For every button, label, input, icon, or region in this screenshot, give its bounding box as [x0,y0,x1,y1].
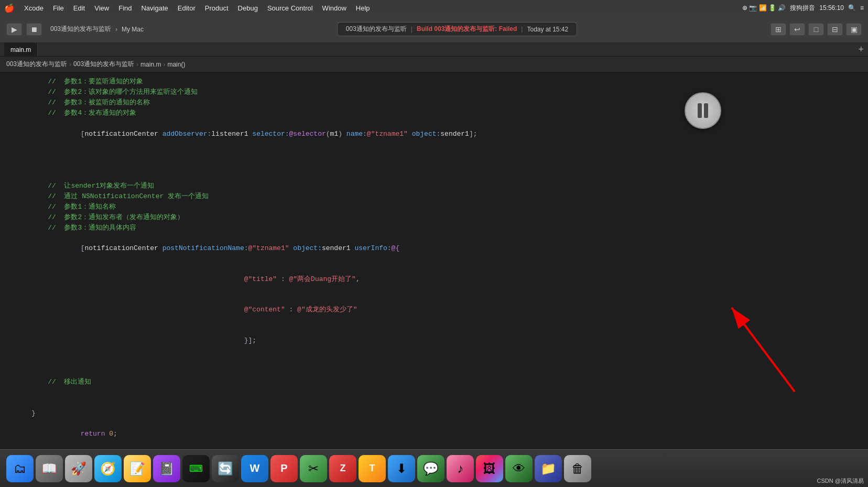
menu-source-control[interactable]: Source Control [263,3,317,13]
dock-terminal-icon[interactable]: ⌨ [182,455,210,482]
code-comment: // 移出通知 [31,377,91,387]
code-line: @"title" : @"两会Duang开始了", [31,264,868,295]
code-line: [notificationCenter postNotificationName… [31,233,868,264]
layout-btn-1[interactable]: ⊞ [771,23,786,36]
code-comment: // 参数4：发布通知的对象 [31,108,136,118]
build-time: Today at 15:42 [527,26,568,33]
dock-migration-icon[interactable]: 🔄 [212,455,239,482]
code-comment: // 通过 NSNotificationCenter 发布一个通知 [31,191,209,202]
code-line-blank [31,366,868,377]
layout-btn-2[interactable]: ↩ [789,23,805,36]
dock-label: CSDN @清风清易 [817,477,864,485]
dock-adium-icon[interactable]: 💬 [417,455,444,482]
code-text: [notificationCenter addObserver:listener… [31,118,478,149]
breadcrumb-item-1[interactable]: 003通知的发布与监听 [6,60,67,69]
menubar-icons: ⊕ 📷 📶 🔋 🔊 [742,4,786,12]
dock-safari-icon[interactable]: 🧭 [94,455,122,482]
code-line-blank [31,398,868,408]
code-line: @"content" : @"成龙的头发少了" [31,295,868,326]
layout-btn-5[interactable]: ▣ [846,23,862,36]
code-line: // 参数1：通知名称 [31,202,868,212]
code-comment: // 让sender1对象发布一个通知 [31,181,154,191]
code-line: // 参数4：发布通知的对象 [31,108,868,118]
dock-word-icon[interactable]: W [241,455,268,482]
dock-notes-icon[interactable]: 📝 [124,455,151,482]
breadcrumb-item-2[interactable]: 003通知的发布与监听 [73,60,134,69]
menu-edit[interactable]: Edit [69,3,89,13]
dock-photos-icon[interactable]: 🖼 [476,455,503,482]
code-line: // 参数3：通知的具体内容 [31,223,868,233]
menubar: 🍎 Xcode File Edit View Find Navigate Edi… [0,0,868,16]
toolbar-center: 003通知的发布与监听 | Build 003通知的发布与监听: Failed … [144,22,771,36]
build-result: Build 003通知的发布与监听: Failed [417,25,517,34]
code-line-blank [31,149,868,160]
code-line: // 移出通知 [31,377,868,387]
code-line-blank [31,160,868,170]
list-icon[interactable]: ≡ [860,4,864,12]
input-method: 搜狗拼音 [790,4,815,13]
tab-add-button[interactable]: + [858,44,864,55]
code-text: }]; [31,325,256,356]
build-status: 003通知的发布与监听 | Build 003通知的发布与监听: Failed … [337,22,577,36]
dock-onenote-icon[interactable]: 📓 [153,455,180,482]
code-line: } [31,408,868,419]
code-line: // 通过 NSNotificationCenter 发布一个通知 [31,191,868,202]
code-line: return 0; [31,419,868,450]
tabbar: main.m + [0,43,868,57]
code-comment: // 参数3：通知的具体内容 [31,223,136,233]
menu-xcode[interactable]: Xcode [20,3,48,13]
dock-transmit-icon[interactable]: T [359,455,386,482]
code-line: }]; [31,325,868,356]
code-content: // 参数1：要监听通知的对象 // 参数2：该对象的哪个方法用来监听这个通知 … [0,77,868,449]
menu-help[interactable]: Help [352,3,374,13]
search-icon[interactable]: 🔍 [848,4,856,12]
menu-editor[interactable]: Editor [173,3,200,13]
device-label: My Mac [122,26,144,33]
code-line-blank [31,170,868,181]
dock-finder2-icon[interactable]: 📁 [535,455,562,482]
clock: 15:56:10 [819,4,844,12]
dock-trash-icon[interactable]: 🗑 [564,455,591,482]
menubar-right: ⊕ 📷 📶 🔋 🔊 搜狗拼音 15:56:10 🔍 ≡ [742,4,864,13]
code-comment: // 参数3：被监听的通知的名称 [31,98,150,108]
dock-filezilla-icon[interactable]: Z [329,455,356,482]
menu-navigate[interactable]: Navigate [137,3,172,13]
dock-finder-icon[interactable]: 🗂 [6,455,34,482]
code-comment: // 参数1：要监听通知的对象 [31,77,143,87]
dock-sysref-icon[interactable]: 📖 [36,455,63,482]
breadcrumb-sep-2: › [136,61,138,68]
apple-menu[interactable]: 🍎 [4,3,15,13]
breadcrumb: 003通知的发布与监听 › 003通知的发布与监听 › main.m › mai… [0,57,868,72]
breadcrumb-sep-1: › [69,61,71,68]
menu-product[interactable]: Product [201,3,233,13]
menu-view[interactable]: View [90,3,113,13]
menu-file[interactable]: File [49,3,68,13]
dock: 🗂 📖 🚀 🧭 📝 📓 ⌨ 🔄 W P ✂ Z T ⬇ 💬 ♪ 🖼 👁 📁 🗑 … [0,449,868,487]
code-editor[interactable]: // 参数1：要监听通知的对象 // 参数2：该对象的哪个方法用来监听这个通知 … [0,72,868,449]
menu-find[interactable]: Find [114,3,136,13]
menu-debug[interactable]: Debug [234,3,262,13]
dock-bittorrent-icon[interactable]: ⬇ [388,455,415,482]
code-comment: // 参数1：通知名称 [31,202,116,212]
menu-window[interactable]: Window [318,3,351,13]
code-line-blank [31,356,868,366]
dock-launchpad-icon[interactable]: 🚀 [65,455,92,482]
scheme-label: 003通知的发布与监听 [50,25,111,34]
code-comment: // 参数2：该对象的哪个方法用来监听这个通知 [31,87,198,98]
nav-back-button[interactable]: ▶ [6,23,22,36]
nav-forward-button[interactable]: ⏹ [26,23,42,36]
dock-preview-icon[interactable]: 👁 [505,455,533,482]
code-comment: // 参数2：通知发布者（发布通知的对象） [31,212,184,223]
dock-ppt-icon[interactable]: P [270,455,298,482]
build-project: 003通知的发布与监听 [346,25,407,34]
dock-itunes-icon[interactable]: ♪ [447,455,474,482]
code-text: [notificationCenter postNotificationName… [31,233,399,264]
code-text: return 0; [31,419,117,450]
tab-main-m[interactable]: main.m [4,43,38,56]
layout-btn-4[interactable]: ⊟ [827,23,843,36]
toolbar-left: ▶ ⏹ 003通知的发布与监听 › My Mac [6,23,144,36]
breadcrumb-item-3[interactable]: main.m [140,61,161,68]
breadcrumb-item-4[interactable]: main() [167,61,185,68]
dock-cuteftp-icon[interactable]: ✂ [300,455,327,482]
layout-btn-3[interactable]: □ [808,23,824,36]
